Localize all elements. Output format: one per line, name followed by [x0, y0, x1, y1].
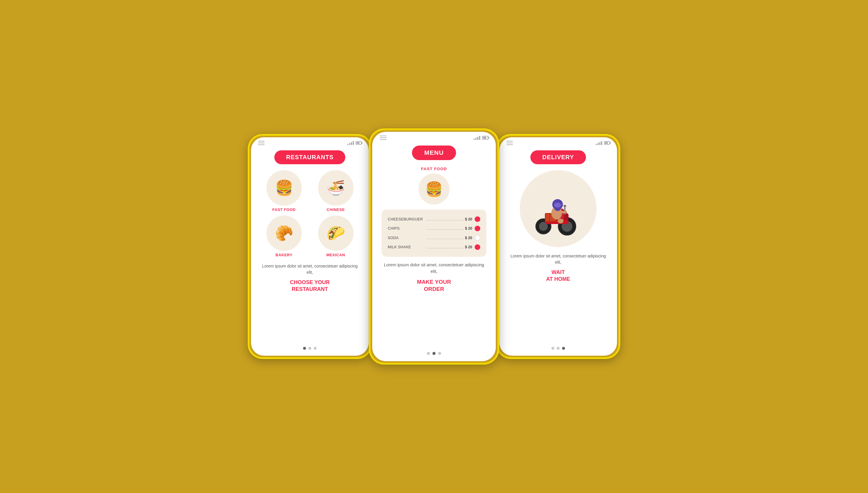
phone3-content: DELIVERY [499, 147, 617, 356]
menu-list: CHEESEBURGUER $ 20 CHIPS. $ 20 S [382, 210, 487, 257]
phone-restaurants: RESTAURANTS 🍔 FAST FOOD 🍜 CHINESE 🥐 B [248, 134, 372, 359]
cta-1: CHOOSE YOURRESTAURANT [290, 279, 330, 293]
phone1-content: RESTAURANTS 🍔 FAST FOOD 🍜 CHINESE 🥐 B [251, 147, 369, 356]
item-name-4: MILK SHAKE [388, 245, 425, 250]
fastfood-icon: 🍔 [266, 170, 302, 206]
menu-food-icon: 🍔 [419, 173, 450, 205]
svg-rect-17 [561, 211, 567, 213]
phone-delivery: DELIVERY [496, 134, 620, 359]
menu-item-cheeseburguer[interactable]: CHEESEBURGUER $ 20 [388, 215, 480, 224]
dots-3 [551, 343, 565, 350]
menu-category: FAST FOOD [421, 166, 447, 171]
cta-2: MAKE YOURORDER [417, 278, 451, 293]
svg-rect-11 [549, 214, 550, 221]
menu-icon-1[interactable] [258, 141, 265, 145]
restaurant-fastfood[interactable]: 🍔 FAST FOOD [260, 170, 308, 212]
item-indicator-3[interactable] [475, 235, 480, 241]
restaurant-chinese[interactable]: 🍜 CHINESE [312, 170, 360, 212]
dot-1-2[interactable] [309, 347, 311, 350]
phones-container: RESTAURANTS 🍔 FAST FOOD 🍜 CHINESE 🥐 B [248, 134, 620, 359]
lorem-text-1: Lorem ipsum dolor sit amet, consectetuer… [260, 263, 360, 276]
dots-1 [303, 343, 317, 350]
bakery-icon: 🥐 [266, 215, 302, 251]
item-price-4: $ 20 [465, 245, 473, 250]
status-bar-1 [251, 137, 369, 147]
fastfood-label: FAST FOOD [272, 208, 296, 212]
item-name-3: SODA [388, 236, 425, 240]
status-icons-3 [596, 141, 610, 145]
svg-point-15 [554, 203, 561, 208]
restaurants-grid: 🍔 FAST FOOD 🍜 CHINESE 🥐 BAKERY 🌮 [260, 170, 360, 257]
lorem-text-2: Lorem ipsum dolor sit amet, consectetuer… [382, 262, 487, 275]
dot-3-1[interactable] [551, 347, 554, 350]
chinese-icon: 🍜 [318, 170, 353, 206]
lorem-text-3: Lorem ipsum dolor sit amet, consectetuer… [508, 253, 608, 265]
menu-title: MENU [412, 146, 456, 160]
item-indicator-4[interactable] [475, 244, 480, 250]
delivery-svg [526, 176, 591, 241]
signal-icon-1 [347, 141, 354, 145]
delivery-title: DELIVERY [530, 150, 586, 164]
restaurant-mexican[interactable]: 🌮 MEXICAN [312, 215, 360, 257]
cta-3: WAITAT HOME [546, 269, 570, 283]
item-name-1: CHEESEBURGUER [388, 217, 425, 221]
item-price-2: $ 20 [465, 227, 473, 231]
menu-item-milkshake[interactable]: MILK SHAKE $ 20 [388, 242, 480, 252]
battery-icon-1 [356, 141, 362, 145]
signal-icon-3 [596, 141, 602, 145]
dot-2-3[interactable] [438, 352, 441, 355]
signal-icon-2 [473, 136, 480, 140]
chinese-label: CHINESE [327, 208, 345, 212]
status-icons-2 [473, 136, 488, 140]
menu-icon-2[interactable] [380, 135, 386, 140]
battery-icon-2 [482, 136, 488, 140]
bakery-label: BAKERY [276, 253, 292, 257]
item-price-3: $ 20 [465, 236, 473, 240]
item-indicator-2[interactable] [475, 226, 480, 231]
dot-2-1[interactable] [427, 352, 430, 355]
menu-item-chips[interactable]: CHIPS. $ 20 [388, 224, 480, 233]
dot-3-3[interactable] [562, 347, 565, 350]
dot-2-2[interactable] [433, 352, 436, 355]
dots-2 [427, 348, 441, 355]
item-price-1: $ 20 [465, 217, 473, 221]
battery-icon-3 [604, 141, 610, 145]
menu-icon-3[interactable] [506, 141, 513, 145]
status-icons-1 [347, 141, 362, 145]
status-bar-3 [499, 137, 617, 147]
dot-3-2[interactable] [557, 347, 559, 350]
dot-1-3[interactable] [314, 347, 317, 350]
mexican-label: MEXICAN [326, 253, 345, 257]
mexican-icon: 🌮 [318, 215, 353, 251]
phone-menu: MENU FAST FOOD 🍔 CHEESEBURGUER $ 20 CHIP… [369, 128, 499, 365]
svg-point-16 [557, 219, 564, 223]
dot-1-1[interactable] [303, 347, 306, 350]
item-name-2: CHIPS. [388, 227, 425, 231]
item-indicator-1[interactable] [475, 216, 480, 222]
delivery-illustration [520, 170, 597, 247]
svg-rect-8 [564, 205, 566, 207]
phone2-content: MENU FAST FOOD 🍔 CHEESEBURGUER $ 20 CHIP… [372, 142, 496, 361]
status-bar-2 [372, 132, 496, 143]
menu-item-soda[interactable]: SODA $ 20 [388, 233, 480, 243]
restaurants-title: RESTAURANTS [274, 150, 346, 164]
restaurant-bakery[interactable]: 🥐 BAKERY [260, 215, 308, 257]
